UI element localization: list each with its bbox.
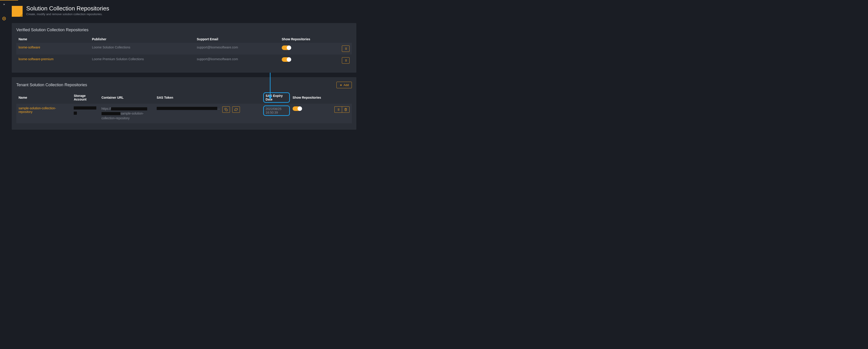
page-header: Solution Collection Repositories Create,… [12,5,356,17]
verified-title: Verified Solution Collection Repositorie… [16,28,88,32]
trash-icon [344,108,347,111]
copy-token-button[interactable] [222,106,230,113]
col-name: Name [16,35,90,43]
col-support: Support Email [194,35,279,43]
tenant-title: Tenant Solution Collection Repositories [16,83,87,87]
page-title: Solution Collection Repositories [26,5,109,12]
col-show: Show Repositories [290,91,332,104]
col-show: Show Repositories [279,35,334,43]
page-icon [12,6,23,17]
repo-name-link[interactable]: loome-software-premium [19,57,54,61]
col-token: SAS Token [154,91,263,104]
repo-expiry: 2022/08/25 16:50:39 [263,104,290,123]
repo-name-link[interactable]: sample-solution-collection-repository [19,106,56,114]
refresh-token-button[interactable] [232,106,240,113]
list-icon [337,108,340,111]
list-icon [344,59,347,62]
show-repos-toggle[interactable] [282,57,291,62]
repo-support: support@loomesoftware.com [194,55,279,66]
repo-token: ... [154,104,263,123]
tenant-table: Name Storage Account Container URL SAS T… [16,91,352,123]
repo-url: https:// sample-solution-collection-repo… [99,104,154,123]
repo-publisher: Loome Premium Solution Collections [90,55,195,66]
repo-name-link[interactable]: loome-software [19,46,40,49]
repo-publisher: Loome Solution Collections [90,43,195,55]
table-row: loome-software Loome Solution Collection… [16,43,352,55]
add-button[interactable]: Add [336,82,352,88]
list-button[interactable] [342,46,349,52]
col-expiry: SAS Expiry Date [263,91,290,104]
show-repos-toggle[interactable] [282,46,291,50]
svg-rect-17 [226,109,227,111]
tenant-panel: Tenant Solution Collection Repositories … [12,77,356,130]
copy-icon [224,108,228,111]
col-storage: Storage Account [71,91,99,104]
table-row: sample-solution-collection-repository ht… [16,104,352,123]
left-rail: » [0,1,8,140]
verified-panel: Verified Solution Collection Repositorie… [12,23,356,72]
col-url: Container URL [99,91,154,104]
add-icon[interactable] [2,17,6,22]
delete-button[interactable] [342,106,349,113]
plus-icon [339,84,343,87]
col-name: Name [16,91,71,104]
show-repos-toggle[interactable] [292,106,302,111]
table-row: loome-software-premium Loome Premium Sol… [16,55,352,66]
repo-storage [71,104,99,123]
refresh-icon [235,108,238,111]
list-icon [344,47,347,50]
page-subtitle: Create, modify and remove solution colle… [26,12,109,16]
list-button[interactable] [342,57,349,64]
expand-sidebar-icon[interactable]: » [3,3,5,6]
list-button[interactable] [334,106,342,113]
repo-support: support@loomesoftware.com [194,43,279,55]
col-publisher: Publisher [90,35,195,43]
verified-table: Name Publisher Support Email Show Reposi… [16,35,352,66]
main-content: Solution Collection Repositories Create,… [8,1,362,140]
